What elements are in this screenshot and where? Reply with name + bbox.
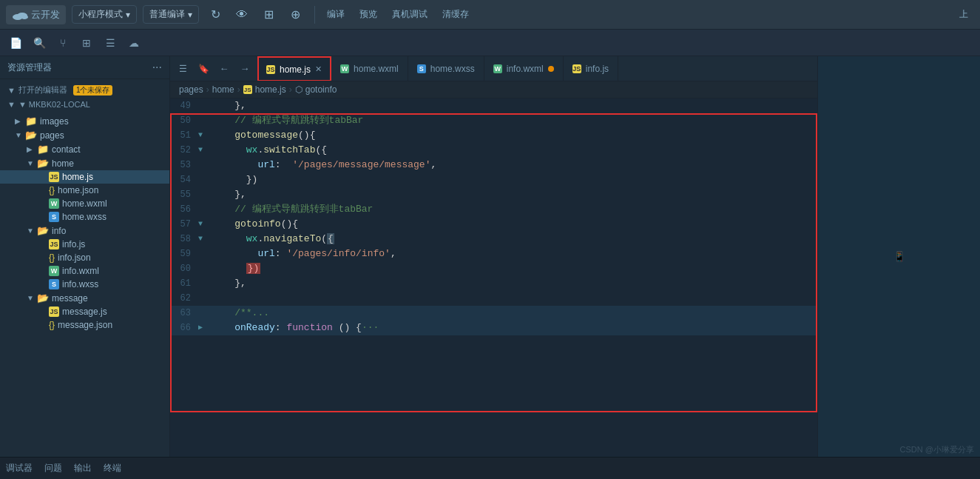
breadcrumb: pages › home › JS home.js › ⬡ gotoinfo [170, 81, 817, 98]
hamburger-icon[interactable]: ☰ [173, 59, 192, 78]
line-content: wx.navigateTo({ [209, 232, 817, 247]
line-content: }, [209, 187, 817, 202]
new-file-icon[interactable]: 📄 [6, 33, 25, 53]
terminal-tab[interactable]: 终端 [104, 459, 121, 478]
open-editors-text: 打开的编辑器 [18, 84, 67, 96]
file-tree: ▶ 📁 images ▼ 📂 pages ▶ 📁 contact ▼ 📂 hom… [0, 114, 169, 332]
json-file-icon: {} [49, 320, 55, 330]
code-line-50: 50 // 编程式导航跳转到tabBar [170, 113, 817, 128]
mode-select[interactable]: 小程序模式 ▾ [72, 5, 137, 24]
file-info-json[interactable]: {} info.json [0, 251, 169, 264]
breadcrumb-pages[interactable]: pages [179, 84, 203, 95]
json-file-icon: {} [49, 252, 55, 263]
tab-info-wxml[interactable]: W info.wxml [484, 56, 564, 81]
folder-label: message [52, 293, 88, 304]
git-icon[interactable]: ⑂ [53, 33, 72, 53]
upload-button[interactable]: 上 [953, 4, 974, 25]
file-label: info.json [58, 252, 91, 263]
layers-button[interactable]: ⊕ [285, 4, 305, 25]
back-icon[interactable]: ← [214, 59, 234, 78]
tab-js-icon: JS [572, 64, 581, 73]
file-label: home.wxml [62, 198, 107, 209]
output-tab[interactable]: 输出 [74, 459, 92, 478]
file-message-json[interactable]: {} message.json [0, 318, 169, 332]
sidebar-more-button[interactable]: ··· [152, 61, 162, 74]
tab-label: info.wxml [507, 64, 544, 74]
compile-action-button[interactable]: 编译 [324, 7, 348, 22]
folder-label: info [52, 226, 66, 236]
json-file-icon: {} [49, 185, 55, 195]
folder-icon: 📂 [37, 292, 49, 304]
code-line-53: 53 url: '/pages/message/message', [170, 158, 817, 172]
breadcrumb-gotoinfo[interactable]: gotoinfo [305, 84, 337, 95]
code-editor[interactable]: 49 }, 50 // 编程式导航跳转到tabBar 51 ▼ gotomess… [170, 98, 817, 457]
folder-home[interactable]: ▼ 📂 home [0, 156, 169, 170]
file-info-wxss[interactable]: S info.wxss [0, 278, 169, 291]
file-home-js[interactable]: JS home.js [0, 170, 169, 184]
open-editors-section: ▼ 打开的编辑器 1个未保存 ▼ ▼ MKBK02-LOCAL [0, 79, 169, 114]
file-label: info.js [62, 239, 85, 249]
tab-close-button[interactable]: ✕ [315, 64, 322, 74]
tab-home-wxml[interactable]: W home.wxml [331, 56, 408, 81]
fold-arrow[interactable]: ▼ [198, 217, 209, 232]
sidebar: 资源管理器 ··· ▼ 打开的编辑器 1个未保存 ▼ ▼ MKBK02-LOCA… [0, 56, 170, 457]
tab-home-js[interactable]: JS home.js ✕ [257, 56, 331, 81]
compile-select[interactable]: 普通编译 ▾ [143, 5, 199, 24]
preview-eye-button[interactable]: 👁 [232, 4, 252, 25]
fold-arrow[interactable]: ▶ [198, 321, 209, 335]
line-number: 52 [170, 143, 198, 158]
folder-message[interactable]: ▼ 📂 message [0, 291, 169, 305]
file-label: message.json [58, 320, 112, 330]
js-file-icon: JS [49, 239, 59, 249]
open-editors-label[interactable]: ▼ 打开的编辑器 1个未保存 [0, 82, 169, 98]
breadcrumb-homejs[interactable]: home.js [255, 84, 286, 95]
clear-cache-button[interactable]: 清缓存 [439, 7, 472, 22]
breadcrumb-sep: › [206, 84, 209, 95]
fold-arrow[interactable]: ▼ [198, 128, 209, 143]
folder-images[interactable]: ▶ 📁 images [0, 114, 169, 128]
code-line-63: 63 /**... [170, 306, 817, 321]
tab-home-wxss[interactable]: S home.wxss [408, 56, 484, 81]
device-button[interactable]: ⊞ [258, 4, 279, 25]
file-home-json[interactable]: {} home.json [0, 184, 169, 197]
folder-arrow: ▼ [15, 131, 22, 139]
line-number: 62 [170, 291, 198, 306]
folder-info[interactable]: ▼ 📂 info [0, 224, 169, 238]
js-file-icon: JS [49, 172, 59, 182]
project-label[interactable]: ▼ ▼ MKBK02-LOCAL [0, 98, 169, 111]
fold-arrow[interactable]: ▼ [198, 143, 209, 158]
code-line-55: 55 }, [170, 187, 817, 202]
search-icon[interactable]: 🔍 [30, 33, 49, 53]
fold-arrow[interactable]: ▼ [198, 232, 209, 247]
line-number: 59 [170, 247, 198, 261]
device-debug-button[interactable]: 真机调试 [389, 7, 430, 22]
mode-label: 小程序模式 [78, 8, 123, 21]
cloud2-icon[interactable]: ☁ [124, 33, 143, 53]
list-icon[interactable]: ☰ [101, 33, 120, 53]
problems-tab[interactable]: 问题 [44, 459, 62, 478]
preview-action-button[interactable]: 预览 [356, 7, 380, 22]
line-number: 63 [170, 306, 198, 321]
forward-icon[interactable]: → [235, 59, 254, 78]
file-info-js[interactable]: JS info.js [0, 238, 169, 251]
cloud-dev-button[interactable]: 云开发 [6, 5, 66, 24]
tab-js-icon: JS [266, 65, 275, 74]
grid-icon[interactable]: ⊞ [77, 33, 96, 53]
refresh-button[interactable]: ↻ [205, 4, 226, 25]
folder-label: contact [52, 144, 81, 155]
file-home-wxml[interactable]: W home.wxml [0, 197, 169, 210]
folder-contact[interactable]: ▶ 📁 contact [0, 142, 169, 156]
bookmark-icon[interactable]: 🔖 [194, 59, 213, 78]
debug-tab[interactable]: 调试器 [6, 459, 33, 478]
tab-info-js[interactable]: JS info.js [564, 56, 618, 81]
breadcrumb-home[interactable]: home [212, 84, 234, 95]
file-home-wxss[interactable]: S home.wxss [0, 210, 169, 224]
file-info-wxml[interactable]: W info.wxml [0, 264, 169, 278]
folder-pages[interactable]: ▼ 📂 pages [0, 128, 169, 142]
line-content: }) [209, 172, 817, 187]
line-number: 50 [170, 113, 198, 128]
file-message-js[interactable]: JS message.js [0, 305, 169, 318]
file-label: info.wxml [62, 266, 99, 276]
top-actions: 编译 预览 真机调试 清缓存 [324, 7, 472, 22]
folder-icon: 📁 [37, 144, 49, 155]
